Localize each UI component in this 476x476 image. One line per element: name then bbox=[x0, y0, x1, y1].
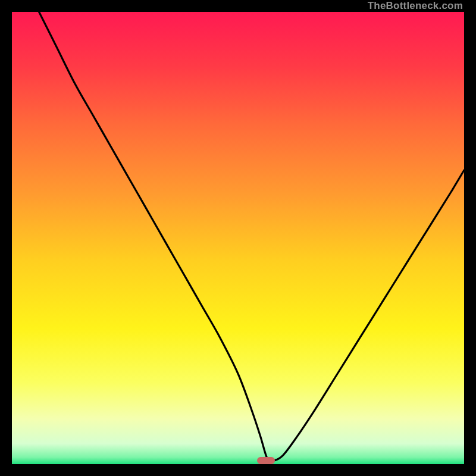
watermark-label: TheBottleneck.com bbox=[368, 0, 463, 12]
plot-area bbox=[12, 12, 464, 464]
optimal-point-marker bbox=[257, 457, 275, 464]
chart-frame: TheBottleneck.com bbox=[0, 0, 476, 476]
bottleneck-curve bbox=[12, 12, 464, 464]
